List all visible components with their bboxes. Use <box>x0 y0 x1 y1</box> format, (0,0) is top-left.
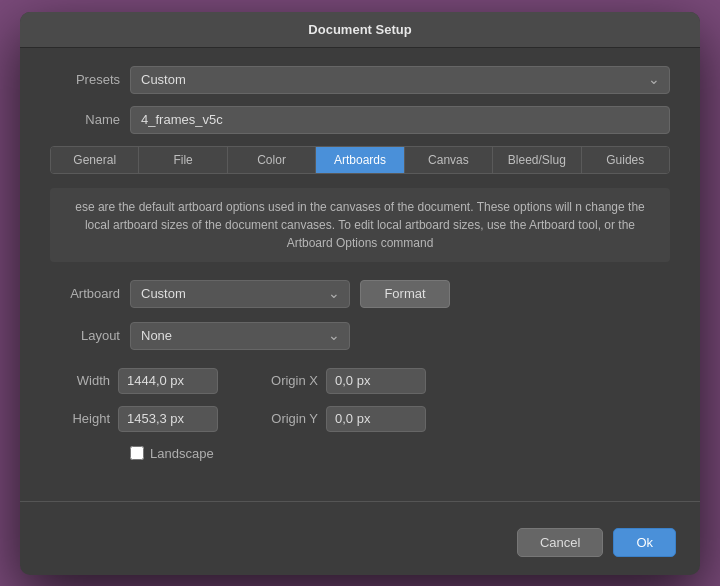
size-group: Width Height <box>50 368 218 432</box>
origin-y-row: Origin Y <box>258 406 426 432</box>
tab-bleed-slug[interactable]: Bleed/Slug <box>493 147 581 173</box>
tab-file[interactable]: File <box>139 147 227 173</box>
layout-select[interactable]: None Grid Row Column <box>130 322 350 350</box>
layout-select-wrapper: None Grid Row Column <box>130 322 350 350</box>
height-label: Height <box>50 411 110 426</box>
presets-select[interactable]: Custom A4 Letter Web Mobile <box>130 66 670 94</box>
artboard-select[interactable]: Custom A4 Letter <box>130 280 350 308</box>
artboard-row: Artboard Custom A4 Letter Format <box>50 280 670 308</box>
presets-select-wrapper: Custom A4 Letter Web Mobile <box>130 66 670 94</box>
tab-color[interactable]: Color <box>228 147 316 173</box>
tabs-row: General File Color Artboards Canvas Blee… <box>50 146 670 174</box>
cancel-button[interactable]: Cancel <box>517 528 603 557</box>
name-label: Name <box>50 112 120 127</box>
layout-label: Layout <box>50 328 120 343</box>
landscape-checkbox[interactable] <box>130 446 144 460</box>
origin-group: Origin X Origin Y <box>258 368 426 432</box>
origin-y-input[interactable] <box>326 406 426 432</box>
landscape-label: Landscape <box>150 446 214 461</box>
artboard-select-wrapper: Custom A4 Letter <box>130 280 350 308</box>
document-setup-dialog: Document Setup Presets Custom A4 Letter … <box>20 12 700 575</box>
origin-x-row: Origin X <box>258 368 426 394</box>
tab-artboards[interactable]: Artboards <box>316 147 404 173</box>
origin-x-label: Origin X <box>258 373 318 388</box>
artboard-label: Artboard <box>50 286 120 301</box>
description-text: ese are the default artboard options use… <box>75 200 644 250</box>
width-label: Width <box>50 373 110 388</box>
landscape-row: Landscape <box>130 446 670 461</box>
ok-button[interactable]: Ok <box>613 528 676 557</box>
presets-row: Presets Custom A4 Letter Web Mobile <box>50 66 670 94</box>
origin-y-label: Origin Y <box>258 411 318 426</box>
footer: Cancel Ok <box>20 516 700 575</box>
layout-row: Layout None Grid Row Column <box>50 322 670 350</box>
name-input[interactable] <box>130 106 670 134</box>
presets-label: Presets <box>50 72 120 87</box>
origin-x-input[interactable] <box>326 368 426 394</box>
footer-divider <box>20 501 700 502</box>
tab-guides[interactable]: Guides <box>582 147 669 173</box>
width-row: Width <box>50 368 218 394</box>
width-input[interactable] <box>118 368 218 394</box>
tab-general[interactable]: General <box>51 147 139 173</box>
dialog-title: Document Setup <box>20 12 700 48</box>
height-input[interactable] <box>118 406 218 432</box>
dimensions-section: Width Height Origin X Origin Y <box>50 368 670 432</box>
tab-canvas[interactable]: Canvas <box>405 147 493 173</box>
description-box: ese are the default artboard options use… <box>50 188 670 262</box>
format-button[interactable]: Format <box>360 280 450 308</box>
name-row: Name <box>50 106 670 134</box>
height-row: Height <box>50 406 218 432</box>
